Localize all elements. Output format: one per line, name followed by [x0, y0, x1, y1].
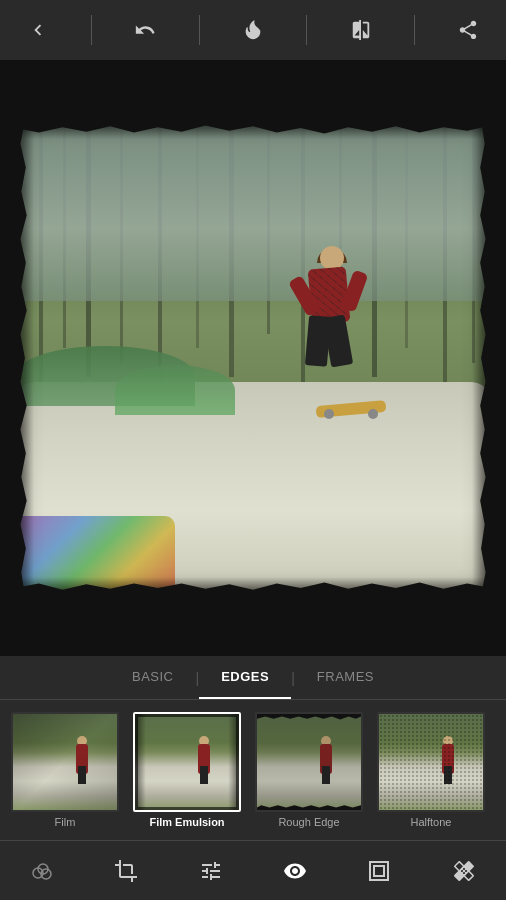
separator-4: [414, 15, 415, 45]
share-button[interactable]: [446, 8, 490, 52]
separator-2: [199, 15, 200, 45]
adjust-button[interactable]: [186, 846, 236, 896]
tabs-bar: BASIC | EDGES | FRAMES: [0, 656, 506, 700]
filter-thumb-film-emulsion[interactable]: [133, 712, 241, 812]
halftone-effect-overlay: [379, 714, 483, 810]
preview-button[interactable]: [270, 846, 320, 896]
separator-3: [306, 15, 307, 45]
effects-button[interactable]: [17, 846, 67, 896]
filter-item-film-emulsion[interactable]: Film Emulsion: [128, 712, 246, 828]
filter-label-film: Film: [55, 816, 76, 828]
skateboard-wheels: [316, 410, 386, 418]
filter-thumb-film[interactable]: [11, 712, 119, 812]
bottom-toolbar: [0, 840, 506, 900]
filter-thumb-rough-edge-inner: [257, 714, 361, 810]
compare-button[interactable]: [339, 8, 383, 52]
film-effect-overlay: [13, 714, 117, 810]
heal-button[interactable]: [439, 846, 489, 896]
filter-item-film[interactable]: Film: [6, 712, 124, 828]
filters-row: Film Film Emulsion: [0, 700, 506, 840]
tab-basic[interactable]: BASIC: [110, 656, 196, 699]
frame-button[interactable]: [354, 846, 404, 896]
wheel-front: [324, 409, 334, 419]
wheel-back: [368, 409, 378, 419]
tab-edges[interactable]: EDGES: [199, 656, 291, 699]
filter-thumb-film-emulsion-inner: [135, 714, 239, 810]
image-area: [0, 60, 506, 656]
skater-figure: [292, 246, 372, 396]
filter-thumb-halftone[interactable]: [377, 712, 485, 812]
separator-1: [91, 15, 92, 45]
rough-edge-effect-overlay: [257, 714, 361, 810]
filter-item-rough-edge[interactable]: Rough Edge: [250, 712, 368, 828]
filter-thumb-halftone-inner: [379, 714, 483, 810]
filter-thumb-rough-edge[interactable]: [255, 712, 363, 812]
filter-thumb-film-inner: [13, 714, 117, 810]
photo-background: [15, 120, 491, 596]
back-button[interactable]: [16, 8, 60, 52]
filter-label-film-emulsion: Film Emulsion: [149, 816, 224, 828]
auto-enhance-button[interactable]: [231, 8, 275, 52]
film-emulsion-effect-overlay: [135, 714, 239, 810]
photo-frame: [15, 120, 491, 596]
tab-frames[interactable]: FRAMES: [295, 656, 396, 699]
top-toolbar: [0, 0, 506, 60]
filter-label-rough-edge: Rough Edge: [278, 816, 339, 828]
filter-item-halftone[interactable]: Halftone: [372, 712, 490, 828]
undo-button[interactable]: [123, 8, 167, 52]
crop-button[interactable]: [101, 846, 151, 896]
filter-label-halftone: Halftone: [411, 816, 452, 828]
